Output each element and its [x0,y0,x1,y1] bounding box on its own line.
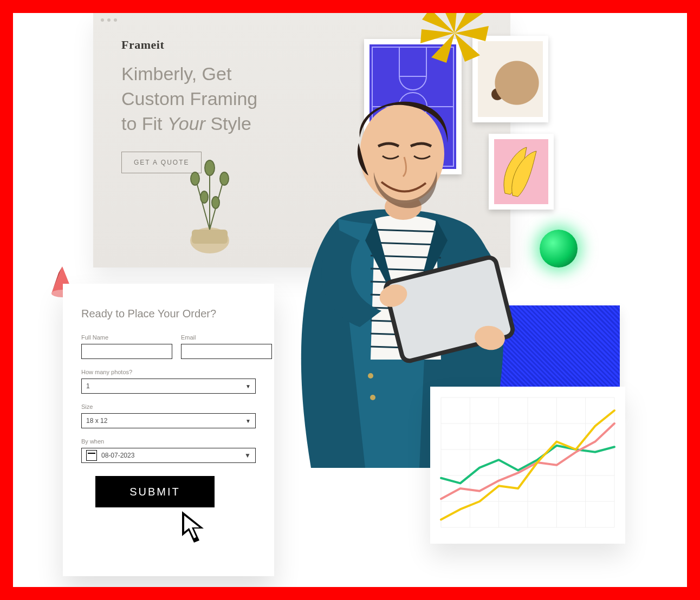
order-form-card: Ready to Place Your Order? Full Name Ema… [63,284,274,576]
svg-point-5 [205,160,215,175]
metrics-chart-card [430,387,625,544]
size-select[interactable]: 18 x 12 ▼ [81,413,256,428]
svg-line-3 [196,181,210,230]
green-orb-decor [540,230,578,268]
full-name-label: Full Name [81,334,172,341]
photos-label: How many photos? [81,369,256,375]
email-label: Email [181,334,272,341]
svg-point-7 [220,172,229,185]
svg-point-6 [191,172,199,185]
order-heading: Ready to Place Your Order? [81,308,256,320]
svg-point-32 [370,395,375,400]
photos-value: 1 [86,382,90,390]
bywhen-label: By when [81,438,256,445]
submit-button[interactable]: SUBMIT [95,476,215,507]
brand-logo: Frameit [121,38,349,52]
size-value: 18 x 12 [86,417,107,425]
svg-point-31 [368,373,373,379]
gold-pom-decor [419,13,490,63]
full-name-input[interactable] [81,344,172,359]
chevron-down-icon: ▼ [245,383,251,389]
line-chart [430,387,625,544]
cursor-pointer-icon [180,510,212,548]
photos-select[interactable]: 1 ▼ [81,379,256,394]
size-label: Size [81,403,256,410]
calendar-icon [86,450,97,461]
chevron-down-icon: ▼ [245,418,251,424]
svg-point-8 [200,191,208,203]
chevron-down-icon: ▼ [244,452,251,459]
bywhen-date-input[interactable]: 08-07-2023 ▼ [81,448,256,463]
svg-rect-1 [192,230,228,244]
email-input[interactable] [181,344,272,359]
plant-decor [180,148,239,257]
window-dots [101,18,117,22]
bywhen-value: 08-07-2023 [101,452,240,459]
svg-point-9 [212,197,219,208]
